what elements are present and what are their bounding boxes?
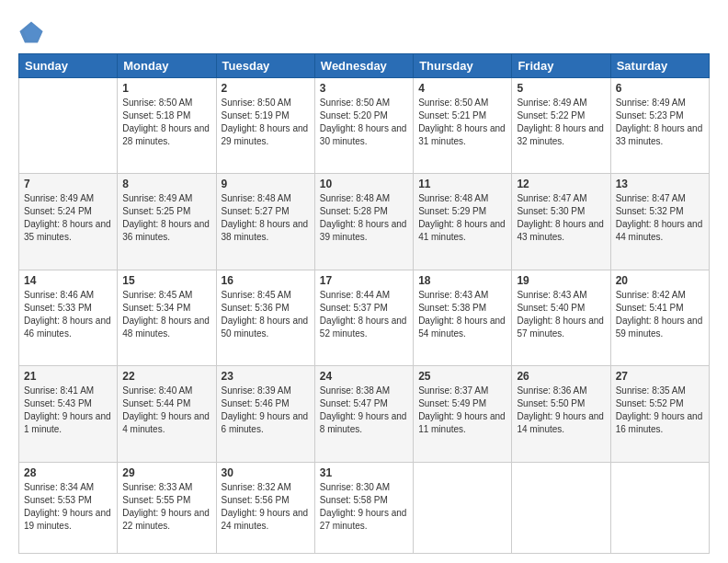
day-info: Sunrise: 8:47 AMSunset: 5:32 PMDaylight:… (616, 192, 704, 244)
day-number: 2 (222, 82, 310, 95)
day-number: 12 (517, 178, 605, 190)
day-info: Sunrise: 8:39 AMSunset: 5:46 PMDaylight:… (222, 385, 310, 436)
day-info: Sunrise: 8:44 AMSunset: 5:37 PMDaylight:… (320, 289, 408, 340)
calendar-week-row: 7Sunrise: 8:49 AMSunset: 5:24 PMDaylight… (19, 174, 710, 270)
day-number: 7 (24, 178, 112, 190)
day-number: 5 (517, 82, 605, 95)
day-info: Sunrise: 8:46 AMSunset: 5:33 PMDaylight:… (24, 289, 112, 340)
calendar-cell: 28Sunrise: 8:34 AMSunset: 5:53 PMDayligh… (19, 462, 118, 554)
day-number: 13 (616, 178, 704, 190)
weekday-header-row: SundayMondayTuesdayWednesdayThursdayFrid… (19, 54, 710, 78)
calendar-cell: 8Sunrise: 8:49 AMSunset: 5:25 PMDaylight… (118, 174, 216, 270)
calendar-cell: 18Sunrise: 8:43 AMSunset: 5:38 PMDayligh… (414, 270, 512, 365)
calendar-cell: 20Sunrise: 8:42 AMSunset: 5:41 PMDayligh… (610, 270, 709, 365)
calendar-cell: 3Sunrise: 8:50 AMSunset: 5:20 PMDaylight… (314, 78, 413, 174)
day-info: Sunrise: 8:43 AMSunset: 5:38 PMDaylight:… (418, 289, 506, 340)
day-number: 22 (122, 370, 210, 383)
day-info: Sunrise: 8:43 AMSunset: 5:40 PMDaylight:… (517, 289, 605, 340)
day-number: 10 (320, 178, 408, 190)
calendar-table: SundayMondayTuesdayWednesdayThursdayFrid… (18, 53, 710, 554)
calendar-cell (610, 462, 709, 554)
logo-icon (18, 18, 44, 44)
calendar-cell: 24Sunrise: 8:38 AMSunset: 5:47 PMDayligh… (314, 366, 413, 462)
calendar-cell (19, 78, 118, 174)
day-number: 16 (222, 274, 310, 287)
day-info: Sunrise: 8:49 AMSunset: 5:22 PMDaylight:… (517, 97, 605, 148)
day-number: 6 (616, 82, 704, 95)
day-number: 4 (418, 82, 506, 95)
weekday-header: Saturday (610, 54, 709, 78)
day-number: 25 (418, 370, 506, 383)
day-info: Sunrise: 8:47 AMSunset: 5:30 PMDaylight:… (517, 192, 605, 244)
day-number: 23 (222, 370, 310, 383)
day-number: 21 (24, 370, 112, 383)
calendar-cell: 15Sunrise: 8:45 AMSunset: 5:34 PMDayligh… (118, 270, 216, 365)
calendar-cell: 26Sunrise: 8:36 AMSunset: 5:50 PMDayligh… (512, 366, 610, 462)
calendar-cell: 16Sunrise: 8:45 AMSunset: 5:36 PMDayligh… (216, 270, 314, 365)
calendar-cell: 19Sunrise: 8:43 AMSunset: 5:40 PMDayligh… (512, 270, 610, 365)
day-number: 31 (320, 466, 408, 479)
calendar-week-row: 1Sunrise: 8:50 AMSunset: 5:18 PMDaylight… (19, 78, 710, 174)
calendar-cell: 13Sunrise: 8:47 AMSunset: 5:32 PMDayligh… (610, 174, 709, 270)
calendar-cell (512, 462, 610, 554)
calendar-week-row: 21Sunrise: 8:41 AMSunset: 5:43 PMDayligh… (19, 366, 710, 462)
day-number: 9 (222, 178, 310, 190)
day-number: 14 (24, 274, 112, 287)
calendar-cell: 11Sunrise: 8:48 AMSunset: 5:29 PMDayligh… (414, 174, 512, 270)
calendar-cell: 25Sunrise: 8:37 AMSunset: 5:49 PMDayligh… (414, 366, 512, 462)
day-info: Sunrise: 8:50 AMSunset: 5:20 PMDaylight:… (320, 97, 408, 148)
day-info: Sunrise: 8:40 AMSunset: 5:44 PMDaylight:… (122, 385, 210, 436)
calendar-cell: 30Sunrise: 8:32 AMSunset: 5:56 PMDayligh… (216, 462, 314, 554)
calendar-cell: 23Sunrise: 8:39 AMSunset: 5:46 PMDayligh… (216, 366, 314, 462)
day-info: Sunrise: 8:37 AMSunset: 5:49 PMDaylight:… (418, 385, 506, 436)
calendar-cell: 21Sunrise: 8:41 AMSunset: 5:43 PMDayligh… (19, 366, 118, 462)
calendar-cell: 17Sunrise: 8:44 AMSunset: 5:37 PMDayligh… (314, 270, 413, 365)
day-info: Sunrise: 8:33 AMSunset: 5:55 PMDaylight:… (122, 481, 210, 533)
day-info: Sunrise: 8:48 AMSunset: 5:29 PMDaylight:… (418, 192, 506, 244)
day-number: 15 (122, 274, 210, 287)
day-info: Sunrise: 8:35 AMSunset: 5:52 PMDaylight:… (616, 385, 704, 436)
calendar-cell: 5Sunrise: 8:49 AMSunset: 5:22 PMDaylight… (512, 78, 610, 174)
day-info: Sunrise: 8:36 AMSunset: 5:50 PMDaylight:… (517, 385, 605, 436)
calendar-cell (414, 462, 512, 554)
calendar-cell: 12Sunrise: 8:47 AMSunset: 5:30 PMDayligh… (512, 174, 610, 270)
day-number: 18 (418, 274, 506, 287)
day-number: 27 (616, 370, 704, 383)
calendar-cell: 27Sunrise: 8:35 AMSunset: 5:52 PMDayligh… (610, 366, 709, 462)
day-number: 28 (24, 466, 112, 479)
day-info: Sunrise: 8:38 AMSunset: 5:47 PMDaylight:… (320, 385, 408, 436)
calendar-cell: 7Sunrise: 8:49 AMSunset: 5:24 PMDaylight… (19, 174, 118, 270)
weekday-header: Tuesday (216, 54, 314, 78)
day-number: 1 (122, 82, 210, 95)
day-info: Sunrise: 8:50 AMSunset: 5:21 PMDaylight:… (418, 97, 506, 148)
calendar-cell: 6Sunrise: 8:49 AMSunset: 5:23 PMDaylight… (610, 78, 709, 174)
weekday-header: Sunday (19, 54, 118, 78)
day-number: 11 (418, 178, 506, 190)
day-number: 19 (517, 274, 605, 287)
day-number: 3 (320, 82, 408, 95)
day-number: 20 (616, 274, 704, 287)
day-info: Sunrise: 8:34 AMSunset: 5:53 PMDaylight:… (24, 481, 112, 533)
calendar-cell: 10Sunrise: 8:48 AMSunset: 5:28 PMDayligh… (314, 174, 413, 270)
calendar-cell: 1Sunrise: 8:50 AMSunset: 5:18 PMDaylight… (118, 78, 216, 174)
day-info: Sunrise: 8:45 AMSunset: 5:36 PMDaylight:… (222, 289, 310, 340)
header (18, 18, 710, 44)
day-info: Sunrise: 8:48 AMSunset: 5:28 PMDaylight:… (320, 192, 408, 244)
day-number: 24 (320, 370, 408, 383)
day-info: Sunrise: 8:42 AMSunset: 5:41 PMDaylight:… (616, 289, 704, 340)
day-number: 26 (517, 370, 605, 383)
calendar-cell: 2Sunrise: 8:50 AMSunset: 5:19 PMDaylight… (216, 78, 314, 174)
calendar-cell: 14Sunrise: 8:46 AMSunset: 5:33 PMDayligh… (19, 270, 118, 365)
day-info: Sunrise: 8:49 AMSunset: 5:23 PMDaylight:… (616, 97, 704, 148)
day-number: 29 (122, 466, 210, 479)
logo (18, 18, 48, 44)
weekday-header: Monday (118, 54, 216, 78)
day-number: 8 (122, 178, 210, 190)
day-info: Sunrise: 8:41 AMSunset: 5:43 PMDaylight:… (24, 385, 112, 436)
day-number: 17 (320, 274, 408, 287)
day-info: Sunrise: 8:32 AMSunset: 5:56 PMDaylight:… (222, 481, 310, 533)
day-info: Sunrise: 8:45 AMSunset: 5:34 PMDaylight:… (122, 289, 210, 340)
page: SundayMondayTuesdayWednesdayThursdayFrid… (0, 0, 728, 563)
day-number: 30 (222, 466, 310, 479)
day-info: Sunrise: 8:50 AMSunset: 5:19 PMDaylight:… (222, 97, 310, 148)
